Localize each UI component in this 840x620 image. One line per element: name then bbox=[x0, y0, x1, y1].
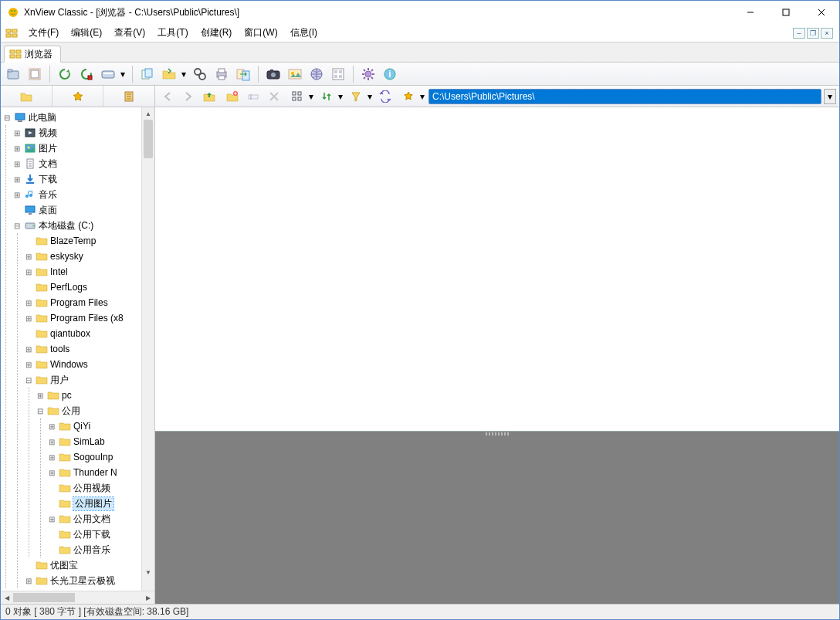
tree-node[interactable]: ⊞Intel bbox=[24, 264, 154, 280]
settings-button[interactable] bbox=[359, 65, 378, 83]
svg-line-53 bbox=[364, 77, 365, 79]
panel-favorites-button[interactable] bbox=[52, 86, 104, 107]
thumbnail-area[interactable] bbox=[155, 107, 839, 432]
contact-sheet-button[interactable] bbox=[329, 65, 347, 83]
scroll-thumb[interactable] bbox=[144, 120, 153, 158]
convert-button[interactable] bbox=[234, 65, 252, 83]
address-bar[interactable]: C:\Users\Public\Pictures\ bbox=[428, 89, 821, 104]
tree-node[interactable]: 公用视频 bbox=[47, 480, 154, 496]
refresh-stop-button[interactable] bbox=[77, 65, 96, 83]
minimize-button[interactable] bbox=[733, 1, 768, 24]
chevron-down-icon[interactable]: ▾ bbox=[368, 91, 374, 102]
copy-to-button[interactable] bbox=[138, 65, 157, 83]
tree-node-desktop[interactable]: 桌面 bbox=[12, 202, 154, 218]
tab-browser[interactable]: 浏览器 bbox=[4, 46, 61, 63]
chevron-down-icon[interactable]: ▾ bbox=[420, 91, 426, 102]
folder-icon bbox=[36, 281, 48, 293]
chevron-down-icon[interactable]: ▾ bbox=[309, 91, 315, 102]
scroll-left-arrow-icon[interactable]: ◀ bbox=[1, 591, 13, 604]
tree-node-videos[interactable]: ⊞视频 bbox=[12, 125, 154, 141]
favorite-add-button[interactable] bbox=[399, 87, 418, 106]
nav-forward-button[interactable] bbox=[179, 87, 198, 106]
tree-vertical-scrollbar[interactable]: ▲ ▼ bbox=[141, 107, 154, 591]
tree-node-disk-c[interactable]: ⊟本地磁盘 (C:) bbox=[12, 218, 154, 233]
tree-node-users[interactable]: ⊟用户 bbox=[24, 372, 154, 388]
tree-node[interactable]: ⊞pc bbox=[36, 388, 154, 403]
fullscreen-button[interactable] bbox=[25, 65, 44, 83]
chevron-down-icon[interactable]: ▾ bbox=[181, 69, 188, 80]
folder-icon bbox=[59, 466, 71, 479]
tree-node[interactable]: qiantubox bbox=[24, 326, 154, 341]
tree-node[interactable]: PerfLogs bbox=[24, 280, 154, 295]
menu-create[interactable]: 创建(R) bbox=[195, 25, 239, 41]
tree-node-pictures[interactable]: ⊞图片 bbox=[12, 141, 154, 156]
print-button[interactable] bbox=[212, 65, 231, 83]
tree-node[interactable]: ⊞tools bbox=[24, 341, 154, 357]
search-button[interactable] bbox=[191, 65, 209, 83]
open-button[interactable] bbox=[4, 65, 22, 83]
tree-node[interactable]: ⊞Program Files bbox=[24, 295, 154, 310]
panel-folders-button[interactable] bbox=[1, 86, 52, 107]
scroll-up-arrow-icon[interactable]: ▲ bbox=[142, 107, 154, 120]
address-dropdown-button[interactable]: ▾ bbox=[824, 89, 836, 104]
webpage-button[interactable] bbox=[307, 65, 326, 83]
menu-file[interactable]: 文件(F) bbox=[22, 25, 65, 41]
menu-edit[interactable]: 编辑(E) bbox=[65, 25, 108, 41]
nav-up-button[interactable] bbox=[200, 87, 218, 106]
new-folder-button[interactable] bbox=[223, 87, 242, 106]
sort-button[interactable] bbox=[317, 87, 336, 106]
scanner-button[interactable] bbox=[99, 65, 117, 83]
mdi-minimize-button[interactable]: – bbox=[793, 28, 805, 39]
refresh-button[interactable] bbox=[56, 65, 74, 83]
delete-button[interactable] bbox=[265, 87, 283, 106]
capture-button[interactable] bbox=[264, 65, 283, 83]
tree-node-documents[interactable]: ⊞文档 bbox=[12, 156, 154, 171]
menu-tools[interactable]: 工具(T) bbox=[151, 25, 194, 41]
mdi-close-button[interactable]: × bbox=[821, 28, 833, 39]
viewmode-button[interactable] bbox=[288, 87, 307, 106]
tree-node[interactable]: ⊞长光卫星云极视 bbox=[24, 573, 154, 588]
scroll-thumb[interactable] bbox=[13, 593, 75, 602]
folder-icon bbox=[59, 451, 71, 463]
tree-node[interactable]: BlazeTemp bbox=[24, 233, 154, 249]
folder-tree[interactable]: ⊟此电脑 ⊞视频 ⊞图片 ⊞文档 ⊞下载 ⊞音乐 桌面 ⊟本地磁盘 (C:) bbox=[1, 107, 154, 591]
tree-node[interactable]: ⊞eskysky bbox=[24, 249, 154, 264]
scroll-right-arrow-icon[interactable]: ▶ bbox=[142, 591, 154, 604]
tree-horizontal-scrollbar[interactable]: ◀ ▶ bbox=[1, 591, 154, 604]
scroll-down-arrow-icon[interactable]: ▼ bbox=[142, 566, 154, 578]
menu-view[interactable]: 查看(V) bbox=[108, 25, 151, 41]
tree-node-public-pictures[interactable]: 公用图片 bbox=[47, 496, 154, 511]
nav-back-button[interactable] bbox=[158, 87, 177, 106]
tree-node[interactable]: ⊞公用文档 bbox=[47, 511, 154, 527]
panel-categories-button[interactable] bbox=[103, 86, 154, 107]
move-to-button[interactable] bbox=[160, 65, 178, 83]
tree-node[interactable]: ⊞SogouInp bbox=[47, 449, 154, 465]
about-button[interactable]: i bbox=[381, 65, 399, 83]
chevron-down-icon[interactable]: ▾ bbox=[338, 91, 344, 102]
menu-info[interactable]: 信息(I) bbox=[284, 25, 323, 41]
rename-button[interactable] bbox=[244, 87, 262, 106]
tree-node[interactable]: 优图宝 bbox=[24, 557, 154, 573]
tree-node[interactable]: ⊞Thunder N bbox=[47, 465, 154, 480]
tree-node[interactable]: ⊞QiYi bbox=[47, 418, 154, 434]
svg-rect-4 bbox=[783, 9, 789, 15]
maximize-button[interactable] bbox=[768, 1, 804, 24]
folder-icon bbox=[47, 405, 59, 417]
tree-node[interactable]: ⊞Program Files (x8 bbox=[24, 310, 154, 326]
mdi-restore-button[interactable]: ❐ bbox=[807, 28, 819, 39]
tree-node[interactable]: ⊞SimLab bbox=[47, 434, 154, 449]
tree-node[interactable]: 公用下载 bbox=[47, 527, 154, 542]
filter-button[interactable] bbox=[347, 87, 365, 106]
tree-node[interactable]: 公用音乐 bbox=[47, 542, 154, 557]
slideshow-button[interactable] bbox=[286, 65, 304, 83]
menu-window[interactable]: 窗口(W) bbox=[238, 25, 283, 41]
preview-area[interactable] bbox=[155, 436, 839, 604]
tree-node-music[interactable]: ⊞音乐 bbox=[12, 187, 154, 202]
recurse-button[interactable] bbox=[376, 87, 395, 106]
tree-node-public[interactable]: ⊟公用 bbox=[36, 403, 154, 418]
tree-node[interactable]: ⊞Windows bbox=[24, 357, 154, 372]
tree-node-downloads[interactable]: ⊞下载 bbox=[12, 171, 154, 187]
close-button[interactable] bbox=[804, 1, 839, 24]
chevron-down-icon[interactable]: ▾ bbox=[120, 69, 127, 80]
tree-node-this-pc[interactable]: ⊟此电脑 bbox=[1, 110, 154, 125]
